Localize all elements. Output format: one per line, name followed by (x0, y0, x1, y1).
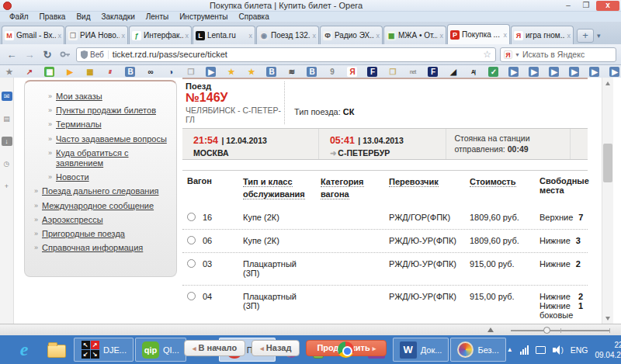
zoom-slider[interactable] (511, 327, 610, 334)
sidebar-link[interactable]: Аэроэкспрессы (42, 215, 103, 225)
menu-item[interactable]: Правка (35, 12, 71, 22)
downloads-icon[interactable]: ↓ (2, 137, 12, 146)
notes-icon[interactable]: ▤ (2, 114, 12, 123)
menu-item[interactable]: Файл (5, 12, 33, 22)
wagon-radio[interactable] (187, 236, 196, 244)
yandex-icon[interactable]: Я (347, 67, 357, 77)
maximize-button[interactable]: ❐ (578, 1, 594, 11)
sidebar-link[interactable]: Мои заказы (56, 92, 102, 102)
history-clock-icon[interactable]: ◷ (2, 159, 12, 168)
blue-b-icon[interactable]: B (307, 67, 317, 77)
blue-arrow-icon[interactable]: ▶ (609, 67, 619, 77)
browser-tab[interactable]: M Gmail - Вх... x (2, 26, 64, 44)
wind-icon[interactable]: ≋ (286, 67, 297, 77)
sidebar-item[interactable]: »Аэроэкспрессы (34, 215, 172, 225)
wagon-radio[interactable] (187, 292, 196, 300)
volume-icon[interactable]: ) (553, 345, 564, 355)
star-icon[interactable]: ★ (4, 67, 14, 77)
star-yellow-icon[interactable]: ★ (226, 67, 236, 77)
sidebar-item[interactable]: »Куда обратиться с заявлением (48, 148, 172, 168)
tab-close-icon[interactable]: x (440, 32, 444, 40)
sidebar-item[interactable]: »Пригородные поезда (34, 229, 172, 239)
scroll-down-icon[interactable] (602, 313, 614, 324)
page-icon[interactable]: ❐ (186, 67, 196, 77)
blue-b-icon[interactable]: B (266, 67, 276, 77)
sidebar-link[interactable]: Пригородные поезда (42, 229, 125, 239)
browser-tab[interactable]: ƒ Интерфак... x (129, 26, 192, 44)
add-panel-icon[interactable]: + (2, 182, 12, 191)
sidebar-item[interactable]: »Новости (48, 172, 172, 182)
f-navy-icon[interactable]: F (428, 67, 438, 77)
taskbar-explorer-icon[interactable] (41, 338, 72, 362)
minimize-button[interactable]: – (560, 1, 576, 11)
sidebar-item[interactable]: »Пункты продажи билетов (48, 106, 172, 116)
tab-close-icon[interactable]: x (58, 32, 62, 40)
tab-close-icon[interactable]: x (504, 31, 508, 39)
wagon-radio[interactable] (187, 213, 196, 221)
tab-close-icon[interactable]: x (249, 32, 253, 40)
scroll-up-icon[interactable] (602, 78, 614, 88)
sidebar-link[interactable]: Поезда дальнего следования (42, 186, 158, 196)
tab-close-icon[interactable]: x (376, 32, 380, 40)
key-rings-icon[interactable]: ∞ (145, 67, 155, 77)
sidebar-link[interactable]: Терминалы (56, 120, 102, 130)
reload-button[interactable]: ↻ (40, 49, 54, 61)
close-button[interactable]: x (596, 1, 619, 11)
check-icon[interactable]: ✓ (488, 67, 498, 77)
clock[interactable]: 22:06 09.04.2013 (595, 340, 621, 360)
browser-tab[interactable]: ❐ РИА Ново... x (65, 26, 128, 44)
menu-item[interactable]: Инструменты (175, 12, 232, 22)
taskbar-ie-icon[interactable]: e (9, 338, 40, 362)
ai-icon[interactable]: A| (468, 67, 478, 77)
new-tab-button[interactable]: + (577, 29, 594, 43)
sidebar-item[interactable]: »Поезда дальнего следования (34, 186, 172, 196)
search-engine-dropdown-icon[interactable]: ▼ (515, 52, 520, 57)
inet-icon[interactable]: net (408, 67, 418, 77)
browser-tab[interactable]: Ф Радио ЭХ... x (320, 26, 383, 44)
sidebar-item[interactable]: »Мои заказы (48, 92, 172, 102)
menu-item[interactable]: Вид (71, 12, 95, 22)
f-navy-icon[interactable]: F (367, 67, 377, 77)
taskbar-dje-window[interactable]: ↖↗↙↘DJE... (74, 338, 134, 362)
blue-arrow-icon[interactable]: ▶ (549, 67, 559, 77)
page-scrollbar[interactable] (602, 78, 613, 324)
sidebar-link[interactable]: Куда обратиться с заявлением (56, 148, 172, 168)
back-step-button[interactable]: ◂ Назад (252, 340, 300, 356)
tab-close-icon[interactable]: x (313, 32, 317, 40)
sidebar-link[interactable]: Новости (56, 172, 89, 182)
page-icon[interactable]: ❐ (387, 67, 397, 77)
tab-list-arrow-icon[interactable]: ▾ (597, 32, 601, 40)
play-icon[interactable]: ▶ (64, 67, 75, 77)
bookmark-star-icon[interactable]: ☆ (483, 49, 491, 60)
triangle-icon[interactable]: ◢ (448, 67, 458, 77)
slashes-icon[interactable]: /// (105, 67, 115, 77)
url-field[interactable]: Веб ticket.rzd.ru/pass/secure/ticket ☆ (76, 47, 496, 62)
browser-tab[interactable]: ◉ Поезд 132... x (256, 26, 319, 44)
blue-arrow-icon[interactable]: ▶ (508, 67, 519, 77)
url-text[interactable]: ticket.rzd.ru/pass/secure/ticket (113, 50, 479, 59)
home-button[interactable]: ◂ В начало (184, 340, 245, 356)
menu-item[interactable]: Справка (234, 12, 274, 22)
browser-tab[interactable]: Р Покупка ... x (447, 24, 510, 44)
sidebar-link[interactable]: Часто задаваемые вопросы (56, 134, 167, 144)
taskbar-qip-window[interactable]: qipQI... (135, 338, 186, 362)
sphere-icon[interactable]: ◑ (165, 67, 175, 77)
blue-arrow-icon[interactable]: ▶ (569, 67, 579, 77)
back-button[interactable]: ← (5, 49, 19, 61)
sidebar-item[interactable]: »Справочная информация (34, 243, 172, 253)
scroll-thumb[interactable] (603, 144, 612, 182)
sidebar-link[interactable]: Пункты продажи билетов (56, 106, 156, 116)
sidebar-item[interactable]: »Терминалы (48, 120, 172, 130)
menu-item[interactable]: Закладки (96, 12, 139, 22)
forward-button[interactable]: → (23, 49, 36, 61)
sidebar-item[interactable]: »Международное сообщение (34, 201, 172, 211)
sidebar-link[interactable]: Справочная информация (42, 243, 143, 253)
blue-arrow-icon[interactable]: ▶ (529, 67, 539, 77)
tab-close-icon[interactable]: x (122, 32, 126, 40)
blue-b-icon[interactable]: B (125, 67, 135, 77)
wagon-radio[interactable] (187, 259, 196, 268)
tab-close-icon[interactable]: x (567, 32, 571, 40)
chart-icon[interactable]: ↗ (24, 67, 34, 77)
tab-close-icon[interactable]: x (186, 32, 189, 40)
zoom-slider-thumb[interactable] (543, 327, 550, 334)
